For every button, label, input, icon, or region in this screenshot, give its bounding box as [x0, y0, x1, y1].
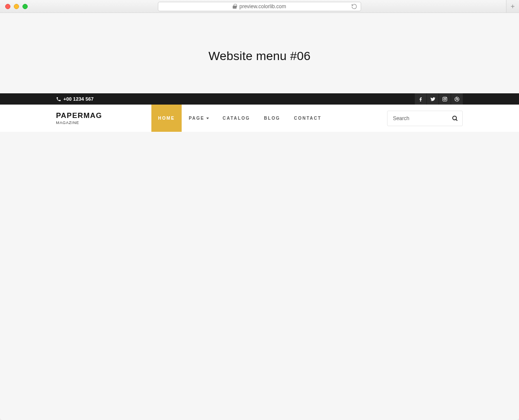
social-links — [414, 93, 463, 105]
search-area — [387, 105, 463, 132]
chevron-down-icon — [206, 118, 209, 119]
nav-label: CATALOG — [223, 116, 250, 121]
instagram-icon[interactable] — [439, 93, 451, 105]
nav-page[interactable]: PAGE — [182, 105, 215, 132]
browser-window: preview.colorlib.com + Website menu #06 … — [0, 0, 519, 420]
phone-number: +00 1234 567 — [64, 96, 94, 102]
browser-titlebar: preview.colorlib.com + — [0, 0, 519, 13]
search-icon — [452, 115, 458, 122]
nav-menu: HOME PAGE CATALOG BLOG CONTACT — [151, 105, 329, 132]
brand[interactable]: PAPERMAG MAGAZINE — [56, 105, 130, 132]
reload-icon[interactable] — [351, 3, 357, 10]
new-tab-button[interactable]: + — [506, 0, 519, 13]
topbar-phone[interactable]: +00 1234 567 — [56, 96, 94, 102]
brand-subtitle: MAGAZINE — [56, 121, 130, 125]
lock-icon — [233, 4, 237, 9]
window-minimize-button[interactable] — [14, 4, 19, 9]
window-close-button[interactable] — [5, 4, 10, 9]
address-bar[interactable]: preview.colorlib.com — [158, 2, 361, 11]
twitter-icon[interactable] — [427, 93, 439, 105]
phone-icon — [56, 97, 61, 102]
nav-label: HOME — [158, 116, 175, 121]
nav-home[interactable]: HOME — [151, 105, 182, 132]
search-button[interactable] — [450, 114, 460, 123]
navbar: PAPERMAG MAGAZINE HOME PAGE CATALOG BLOG — [0, 105, 519, 132]
nav-contact[interactable]: CONTACT — [287, 105, 329, 132]
address-text: preview.colorlib.com — [239, 3, 286, 10]
facebook-icon[interactable] — [415, 93, 426, 105]
nav-spacer — [328, 105, 387, 132]
nav-label: BLOG — [264, 116, 280, 121]
page-viewport: Website menu #06 +00 1234 567 — [0, 13, 519, 420]
nav-label: CONTACT — [294, 116, 322, 121]
nav-label: PAGE — [189, 116, 204, 121]
window-controls — [5, 4, 28, 9]
svg-line-1 — [456, 119, 458, 121]
page-title: Website menu #06 — [0, 13, 519, 93]
search-box — [387, 111, 463, 126]
nav-blog[interactable]: BLOG — [257, 105, 287, 132]
nav-catalog[interactable]: CATALOG — [216, 105, 257, 132]
window-zoom-button[interactable] — [22, 4, 28, 9]
topbar: +00 1234 567 — [0, 93, 519, 105]
dribbble-icon[interactable] — [451, 93, 463, 105]
brand-title: PAPERMAG — [56, 111, 130, 120]
svg-point-0 — [453, 116, 457, 120]
